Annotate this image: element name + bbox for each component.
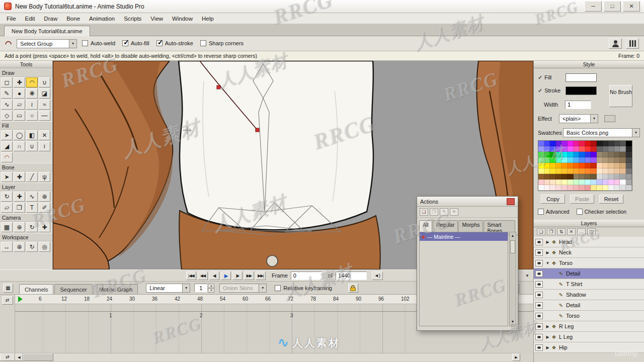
visibility-toggle[interactable] [535,281,543,288]
palette-color[interactable] [591,174,597,179]
palette-color[interactable] [550,179,556,185]
palette-color[interactable] [579,157,585,163]
palette-color[interactable] [556,157,562,163]
visibility-toggle[interactable] [535,292,543,298]
select-group-dropdown[interactable]: Select Group ▾ [17,39,77,48]
rewind-button[interactable]: |◀◀ [186,272,196,280]
palette-color[interactable] [561,146,568,152]
step-back-button[interactable]: ◀| [209,272,219,280]
duplicate-layer-tool-tool[interactable]: ❐ [14,203,25,213]
palette-color[interactable] [544,146,550,152]
palette-color[interactable] [538,185,544,191]
palette-color[interactable] [614,185,620,191]
select-bone-tool[interactable]: ➤ [1,172,13,182]
palette-color[interactable] [620,141,626,146]
oval-tool[interactable]: ○ [26,111,38,121]
palette-color[interactable] [568,163,574,168]
no-brush-button[interactable]: No Brush [609,85,632,107]
speaker-button[interactable]: ◄) [372,272,383,280]
visibility-toggle[interactable] [535,323,543,330]
palette-color[interactable] [579,152,585,157]
palette-color[interactable] [608,157,614,163]
palette-color[interactable] [626,152,632,157]
translate-points-tool[interactable]: ✚ [14,77,25,87]
shear-layer-tool[interactable]: ▱ [1,203,13,213]
translate-bone-tool[interactable]: ✚ [14,172,25,182]
palette-color[interactable] [544,168,550,174]
expand-icon[interactable]: ▶ [545,345,550,350]
new-action-button[interactable]: ❏ [420,208,428,216]
palette-color[interactable] [603,157,609,163]
palette-color[interactable] [585,174,591,179]
palette-color[interactable] [614,157,620,163]
palette-color[interactable] [585,152,591,157]
palette-color[interactable] [603,141,609,146]
blob-brush-tool[interactable]: ● [14,88,25,99]
menu-animation[interactable]: Animation [85,14,119,23]
palette-color[interactable] [591,141,597,146]
palette-color[interactable] [574,163,580,168]
close-button[interactable] [507,198,515,205]
palette-color[interactable] [574,179,580,185]
layer-row-r-leg[interactable]: ▶❖R Leg [534,321,644,332]
palette-color[interactable] [538,157,544,163]
menu-edit[interactable]: Edit [21,14,40,23]
palette-color[interactable] [608,174,614,179]
step-forward-button[interactable]: |▶ [232,272,243,280]
scroll-thumb[interactable] [23,353,53,361]
playback-menu-button[interactable]: ▼ [525,274,529,278]
layer-row-t-shirt[interactable]: ✎T Shirt [534,279,644,290]
layer-row-shadow[interactable]: ✎Shadow [534,290,644,300]
palette-color[interactable] [538,168,544,174]
close-button[interactable]: ✕ [623,1,640,12]
swatches-dropdown[interactable]: Basic Colors.png ▾ [563,128,640,137]
palette-color[interactable] [556,163,562,168]
layer-row-detail[interactable]: ✎Detail [534,268,644,279]
reset-button[interactable]: Reset [599,195,623,204]
checkbox-relative-keyframing[interactable]: Relative keyframing [275,285,332,291]
palette-color[interactable] [538,141,544,146]
palette-color[interactable] [550,185,556,191]
palette-color[interactable] [574,146,580,152]
palette-color[interactable] [614,179,620,185]
palette-color[interactable] [603,152,609,157]
delete-layer-button[interactable]: ✕ [567,228,576,235]
palette-color[interactable] [579,174,585,179]
palette-color[interactable] [603,146,609,152]
width-input[interactable] [565,101,591,109]
palette-color[interactable] [591,146,597,152]
palette-color[interactable] [585,146,591,152]
palette-color[interactable] [597,141,603,146]
layer-menu-button[interactable]: … [577,228,586,235]
palette-color[interactable] [561,179,568,185]
layer-row-hip[interactable]: ▶❖Hip [534,342,644,353]
effect-swatch[interactable] [604,115,615,122]
palette-color[interactable] [608,152,614,157]
copy-button[interactable]: Copy [541,195,565,204]
palette-color[interactable] [620,185,626,191]
palette-color[interactable] [579,146,585,152]
new-layer-button[interactable]: ❏ [537,228,545,235]
palette-color[interactable] [556,185,562,191]
resize-grip[interactable] [511,324,517,330]
palette-color[interactable] [579,185,585,191]
palette-color[interactable] [597,146,603,152]
roll-camera-tool[interactable]: ↻ [26,222,38,232]
palette-color[interactable] [597,179,603,185]
palette-color[interactable] [626,174,632,179]
palette-color[interactable] [597,185,603,191]
reference-layer-button[interactable]: ⇅ [557,228,566,235]
lock-button[interactable] [348,284,358,293]
shear-points-tool[interactable]: ▱ [14,100,25,110]
palette-color[interactable] [544,163,550,168]
palette-color[interactable] [550,152,556,157]
palette-color[interactable] [538,146,544,152]
palette-color[interactable] [603,174,609,179]
tab-sequencer[interactable]: Sequencer [54,284,92,294]
palette-color[interactable] [585,168,591,174]
palette-color[interactable] [574,168,580,174]
minimize-button[interactable]: ─ [585,1,602,12]
palette-color[interactable] [597,163,603,168]
select-shape-tool[interactable]: ➤ [1,130,13,140]
tab-motion-graph[interactable]: Motion Graph [94,284,138,294]
